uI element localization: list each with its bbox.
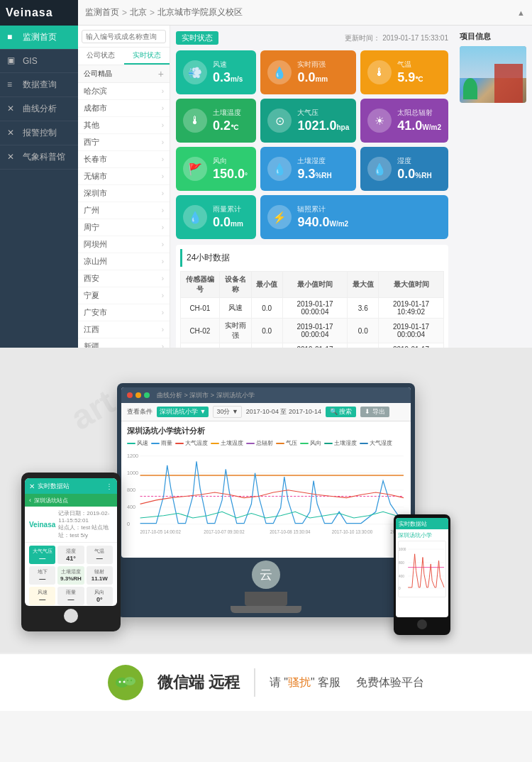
station-select[interactable]: 深圳汤坑小学 ▼ — [157, 407, 209, 417]
search-button[interactable]: 🔍 搜索 — [326, 407, 357, 417]
export-button[interactable]: ⬇ 导出 — [360, 407, 389, 417]
tablet-card: 气温 — — [87, 546, 113, 564]
tablet-card: 雨量 — — [57, 587, 84, 605]
sensor-card-soiltemp: 🌡 土壤温度 0.2℃ — [176, 99, 256, 143]
list-item[interactable]: 深圳市› — [78, 185, 170, 202]
sidebar-menu: ■ 监测首页 ▣ GIS ≡ 数据查询 ✕ 曲线分析 ✕ 报警控制 ✕ 气象科普… — [0, 26, 78, 348]
station-search[interactable] — [78, 26, 170, 48]
list-item[interactable]: 哈尔滨› — [78, 83, 170, 100]
station-panel: 公司状态 实时状态 公司精晶 + 哈尔滨› 成都市› 其他› 西宁› 长春市› … — [78, 26, 170, 348]
tablet-card: 土壤湿度 9.3%RH — [57, 566, 84, 585]
winddirection-icon: 🚩 — [183, 157, 207, 181]
list-item[interactable]: 新疆› — [78, 338, 170, 348]
list-item[interactable]: 成都市› — [78, 100, 170, 117]
list-item[interactable]: 广安市› — [78, 304, 170, 321]
phone-home-button[interactable] — [417, 619, 427, 629]
right-panel: 项目信息 — [454, 26, 532, 348]
tablet-card: 风向 0° — [87, 587, 113, 605]
app-logo: Veinasa — [0, 0, 78, 26]
svg-text:1000: 1000 — [399, 548, 406, 551]
data-icon: ≡ — [7, 79, 18, 91]
svg-point-25 — [118, 681, 121, 683]
list-item[interactable]: 西安› — [78, 270, 170, 287]
tablet-device: ✕ 实时数据站 ⋮ ‹ 深圳汤坑站点 Veinasa 记录日期：2019-02-… — [21, 473, 121, 631]
dashboard-section: Veinasa ■ 监测首页 ▣ GIS ≡ 数据查询 ✕ 曲线分析 ✕ 报警控… — [0, 0, 532, 348]
windspeed-icon: 💨 — [183, 60, 207, 84]
sensor-card-soilhum: 💧 土壤湿度 9.3%RH — [260, 147, 356, 191]
list-item[interactable]: 江西› — [78, 321, 170, 338]
col-max-val: 最大值 — [348, 272, 379, 298]
alarm-icon: ✕ — [7, 128, 18, 139]
tablet-card: 湿度 41° — [57, 546, 84, 564]
line-chart: 1200 1000 800 400 0 — [127, 450, 405, 535]
sidebar: Veinasa ■ 监测首页 ▣ GIS ≡ 数据查询 ✕ 曲线分析 ✕ 报警控… — [0, 0, 78, 348]
sidebar-item-museum[interactable]: ✕ 气象科普馆 — [0, 145, 78, 170]
svg-point-27 — [126, 680, 128, 681]
temp-icon: 🌡 — [367, 60, 392, 84]
sensor-card-humidity: 💧 湿度 0.0%RH — [360, 147, 448, 191]
data-24h-section: 24小时数据 传感器编号 设备名称 最小值 最小值时间 最大值 最大值时间 — [176, 245, 448, 348]
nav-dot-red — [127, 392, 133, 398]
svg-text:2017-10-08 15:30:04: 2017-10-08 15:30:04 — [270, 529, 311, 534]
project-info-title: 项目信息 — [460, 31, 526, 42]
tablet-screen: ✕ 实时数据站 ⋮ ‹ 深圳汤坑站点 Veinasa 记录日期：2019-02-… — [25, 478, 117, 606]
tablet-card: 风速 — — [29, 587, 55, 605]
nav-dot-yellow — [135, 392, 141, 398]
device-showcase-section: art 曲线分析 > 深圳市 > 深圳汤坑小学 查看条件 深圳汤坑小学 ▼ 30… — [0, 348, 532, 653]
promo-section: 微信端 远程 请 "骚扰" 客服 免费体验平台 — [0, 653, 532, 711]
status-bar: 实时状态 更新时间： 2019-01-17 15:33:01 — [176, 31, 448, 45]
sidebar-item-monitor[interactable]: ■ 监测首页 — [0, 26, 78, 50]
wechat-icon — [108, 665, 143, 700]
content-area: 公司状态 实时状态 公司精晶 + 哈尔滨› 成都市› 其他› 西宁› 长春市› … — [78, 26, 532, 348]
svg-text:800: 800 — [399, 561, 404, 565]
wechat-label: 微信端 远程 — [157, 672, 240, 693]
chart-title: 深圳汤坑小学统计分析 — [127, 426, 405, 436]
sensor-grid: 💨 风速 0.3m/s 💧 实时雨强 0.0mm — [176, 50, 448, 239]
list-item[interactable]: 周宁› — [78, 219, 170, 236]
sidebar-item-data[interactable]: ≡ 数据查询 — [0, 73, 78, 97]
promo-divider — [254, 668, 255, 697]
monitor-base — [231, 606, 301, 613]
update-time: 更新时间： 2019-01-17 15:33:01 — [345, 33, 448, 43]
sensor-card-temp: 🌡 气温 5.9℃ — [360, 50, 448, 94]
sidebar-item-gis[interactable]: ▣ GIS — [0, 50, 78, 73]
sensor-card-windspeed: 💨 风速 0.3m/s — [176, 50, 256, 94]
col-min-val: 最小值 — [251, 272, 282, 298]
tab-company[interactable]: 公司状态 — [78, 48, 124, 65]
list-item[interactable]: 西宁› — [78, 134, 170, 151]
interval-select[interactable]: 30分 ▼ — [213, 406, 241, 418]
svg-text:0: 0 — [127, 521, 130, 527]
tablet-nav-bar: ‹ 深圳汤坑站点 — [25, 494, 117, 507]
radiation-icon: ☀ — [367, 109, 392, 133]
sensor-card-pressure: ⊙ 大气压 1021.0hpa — [260, 99, 356, 143]
phone-device: 实时数据站 深圳汤坑小学 1000 800 400 0 — [394, 514, 450, 635]
soilhum-icon: 💧 — [267, 157, 292, 181]
list-item[interactable]: 宁夏› — [78, 287, 170, 304]
tablet-logo-area: Veinasa 记录日期：2019-02-11-15:52:01 站点人：tes… — [25, 507, 117, 543]
pressure-icon: ⊙ — [267, 109, 292, 133]
list-item[interactable]: 阿坝州› — [78, 236, 170, 253]
promo-sub-text: 请 "骚扰" 客服 免费体验平台 — [270, 675, 424, 690]
list-item[interactable]: 其他› — [78, 117, 170, 134]
tab-realtime[interactable]: 实时状态 — [124, 48, 170, 65]
data-area: 实时状态 更新时间： 2019-01-17 15:33:01 💨 风速 0.3m… — [170, 26, 454, 348]
status-badge: 实时状态 — [176, 31, 218, 45]
phone-chart: 1000 800 400 0 — [398, 541, 446, 597]
sidebar-item-alarm[interactable]: ✕ 报警控制 — [0, 121, 78, 145]
monitor-cloud-logo: 云 — [252, 561, 280, 589]
curve-icon: ✕ — [7, 104, 18, 115]
tablet-logo: Veinasa — [29, 521, 55, 529]
svg-text:1000: 1000 — [127, 470, 138, 476]
data-24h-title: 24小时数据 — [180, 249, 444, 267]
topbar: 监测首页 > 北京 > 北京城市学院原义校区 ▲ — [78, 0, 532, 26]
list-item[interactable]: 无锡市› — [78, 168, 170, 185]
list-item[interactable]: 凉山州› — [78, 253, 170, 270]
list-item[interactable]: 广州› — [78, 202, 170, 219]
list-item[interactable]: 长春市› — [78, 151, 170, 168]
tablet-home-button[interactable] — [64, 609, 78, 623]
sidebar-item-curve[interactable]: ✕ 曲线分析 — [0, 97, 78, 121]
desktop-monitor: 曲线分析 > 深圳市 > 深圳汤坑小学 查看条件 深圳汤坑小学 ▼ 30分 ▼ … — [117, 383, 415, 617]
rain-icon: 💧 — [267, 60, 292, 84]
search-input[interactable] — [82, 30, 166, 43]
svg-text:1200: 1200 — [127, 453, 138, 459]
